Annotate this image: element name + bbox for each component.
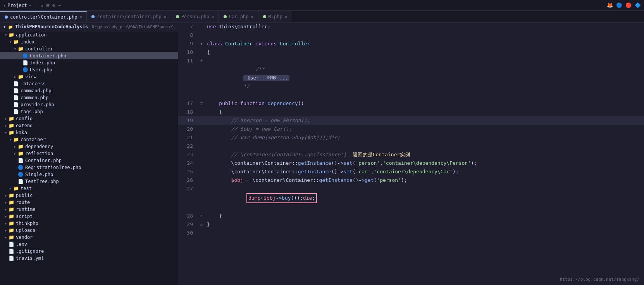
sidebar-item-uploads[interactable]: ▸ 📁 uploads xyxy=(0,227,178,234)
sidebar-item-command-php[interactable]: 📄 command.php xyxy=(0,87,178,94)
highlight-box: dump($obj->buy());die; xyxy=(246,193,317,203)
line-gutter xyxy=(198,116,205,125)
sidebar-item-env[interactable]: 📄 .env xyxy=(0,241,178,248)
line-gutter xyxy=(198,125,205,133)
line-number: 23 xyxy=(178,150,198,159)
line-gutter: ▼ xyxy=(198,40,205,48)
sidebar-item-index-php[interactable]: 📄 Index.php xyxy=(0,59,178,66)
ie-icon[interactable]: 🔴 xyxy=(625,2,632,8)
sidebar-item-vendor[interactable]: ▸ 📁 vendor xyxy=(0,234,178,241)
sidebar-item-provider-php[interactable]: 📄 provider.php xyxy=(0,101,178,108)
tab-close[interactable]: ✕ xyxy=(164,15,166,19)
sidebar-item-common-php[interactable]: 📄 common.php xyxy=(0,94,178,101)
project-icon: ▾ xyxy=(3,3,6,8)
sidebar-project-icon: 📁 xyxy=(8,25,13,29)
sidebar-item-view[interactable]: ▸ 📁 view xyxy=(0,73,178,80)
line-number: 20 xyxy=(178,125,198,133)
table-row: 28 ◇ } xyxy=(178,212,644,220)
tab-close[interactable]: ✕ xyxy=(212,15,214,19)
tab-dot xyxy=(176,15,179,18)
sidebar-item-index[interactable]: ▾ 📁 index xyxy=(0,38,178,45)
code-editor[interactable]: 7 use think\Controller; 8 9 ▼ class Cont… xyxy=(178,22,644,285)
sidebar-item-kaka[interactable]: ▾ 📁 kaka xyxy=(0,129,178,136)
line-content xyxy=(205,142,644,150)
sidebar-item-travis-yml[interactable]: 📄 travis.yml xyxy=(0,255,178,262)
sidebar-item-script[interactable]: ▸ 📁 script xyxy=(0,213,178,220)
table-row: 25 \container\Container::getInstance()->… xyxy=(178,168,644,176)
settings-icon[interactable]: ⚙ xyxy=(52,3,55,8)
tab-dot xyxy=(91,15,95,18)
line-number: 26 xyxy=(178,176,198,185)
line-number: 21 xyxy=(178,133,198,142)
sidebar-item-thinkphp[interactable]: ▸ 📁 thinkphp xyxy=(0,220,178,227)
tab-container-container[interactable]: container\Container.php ✕ xyxy=(87,11,171,22)
sidebar-item-tags-php[interactable]: 📄 tags.php xyxy=(0,108,178,115)
line-content-27: dump($obj->buy());die; xyxy=(205,185,644,212)
sidebar-item-public[interactable]: ▸ 📁 public xyxy=(0,192,178,199)
tab-close[interactable]: ✕ xyxy=(79,15,82,19)
project-expand-icon[interactable]: ▾ xyxy=(3,24,6,29)
line-content: public function dependency() xyxy=(205,99,644,108)
sidebar-item-container-php[interactable]: 🔵 Container.php xyxy=(0,52,178,59)
table-row: 30 xyxy=(178,229,644,237)
sidebar: ▾ 📁 ThinkPHPSourceCodeAnalysis D:\phpstu… xyxy=(0,22,178,285)
line-content: // \container\Container::getInstance() 返… xyxy=(205,150,644,159)
line-content: { xyxy=(205,48,644,57)
sidebar-item-test[interactable]: ▸ 📁 test xyxy=(0,185,178,192)
minimize-icon[interactable]: — xyxy=(58,3,61,8)
line-number: 7 xyxy=(178,22,198,31)
sync-icon[interactable]: ↻ xyxy=(40,3,43,8)
sidebar-item-container-folder[interactable]: ▾ 📁 container xyxy=(0,136,178,143)
line-gutter: ▽ xyxy=(198,99,205,108)
sidebar-item-single-php[interactable]: 🔵 Single.php xyxy=(0,171,178,178)
edge-icon[interactable]: 🔷 xyxy=(635,2,641,8)
sidebar-item-controller[interactable]: ▾ 📁 controller xyxy=(0,45,178,52)
sidebar-item-user-php[interactable]: 🔵 User.php xyxy=(0,66,178,73)
sidebar-item-registrationtree-php[interactable]: 🔵 RegistrationTree.php xyxy=(0,164,178,171)
line-number: 8 xyxy=(178,31,198,40)
line-gutter xyxy=(198,22,205,31)
line-content: use think\Controller; xyxy=(205,22,644,31)
sidebar-item-testtree-php[interactable]: 📄 TestTree.php xyxy=(0,178,178,185)
table-row: 21 // var_dump($person->buy($obj));die; xyxy=(178,133,644,142)
sidebar-path: D:\phpstudy_pro\WWW\ThinkPHPSourceC... xyxy=(92,25,178,29)
title-dropdown-icon[interactable]: ▾ xyxy=(29,3,31,8)
line-gutter xyxy=(198,176,205,185)
sidebar-item-gitignore[interactable]: 📄 .gitignore xyxy=(0,248,178,255)
sidebar-item-container2-php[interactable]: 📄 Container.php xyxy=(0,157,178,164)
sidebar-item-dependency[interactable]: ▸ 📁 dependency xyxy=(0,143,178,150)
line-gutter xyxy=(198,31,205,40)
table-row: 26 $obj = \container\Container::getInsta… xyxy=(178,176,644,185)
tab-close[interactable]: ✕ xyxy=(251,15,253,19)
sidebar-item-runtime[interactable]: ▸ 📁 runtime xyxy=(0,206,178,213)
tab-car[interactable]: Car.php ✕ xyxy=(219,11,258,22)
chrome-icon[interactable]: 🔵 xyxy=(616,2,622,8)
line-content: $obj = \container\Container::getInstance… xyxy=(205,176,644,185)
sidebar-item-config[interactable]: ▸ 📁 config xyxy=(0,115,178,122)
tab-m[interactable]: M.php ✕ xyxy=(258,11,292,22)
sidebar-item-application[interactable]: ▾ 📁 application xyxy=(0,31,178,38)
sidebar-item-extend[interactable]: ▸ 📁 extend xyxy=(0,122,178,129)
table-row: 27 dump($obj->buy());die; xyxy=(178,185,644,212)
line-content: // var_dump($person->buy($obj));die; xyxy=(205,133,644,142)
sidebar-header: ▾ 📁 ThinkPHPSourceCodeAnalysis D:\phpstu… xyxy=(0,22,178,31)
tab-person[interactable]: Person.php ✕ xyxy=(171,11,219,22)
sidebar-item-reflection[interactable]: ▸ 📁 reflection xyxy=(0,150,178,157)
sidebar-item-route[interactable]: ▸ 📁 route xyxy=(0,199,178,206)
watermark: https://blog.csdn.net/fangkang7 xyxy=(560,277,639,282)
line-number: 9 xyxy=(178,40,198,48)
tab-controller-container[interactable]: controller\Container.php ✕ xyxy=(0,11,87,22)
line-number: 19 xyxy=(178,116,198,125)
firefox-icon[interactable]: 🦊 xyxy=(607,2,613,8)
line-number: 29 xyxy=(178,220,198,229)
line-gutter xyxy=(198,108,205,116)
split-icon[interactable]: ⊟ xyxy=(46,3,49,8)
tab-label: M.php xyxy=(269,14,282,19)
line-content xyxy=(205,229,644,237)
line-gutter xyxy=(198,133,205,142)
line-number: 28 xyxy=(178,212,198,220)
tab-close[interactable]: ✕ xyxy=(285,15,287,19)
table-row: 17 ▽ public function dependency() xyxy=(178,99,644,108)
line-content: // $person = new Person(); xyxy=(205,116,644,125)
sidebar-item-htaccess[interactable]: 📄 .htaccess xyxy=(0,80,178,87)
